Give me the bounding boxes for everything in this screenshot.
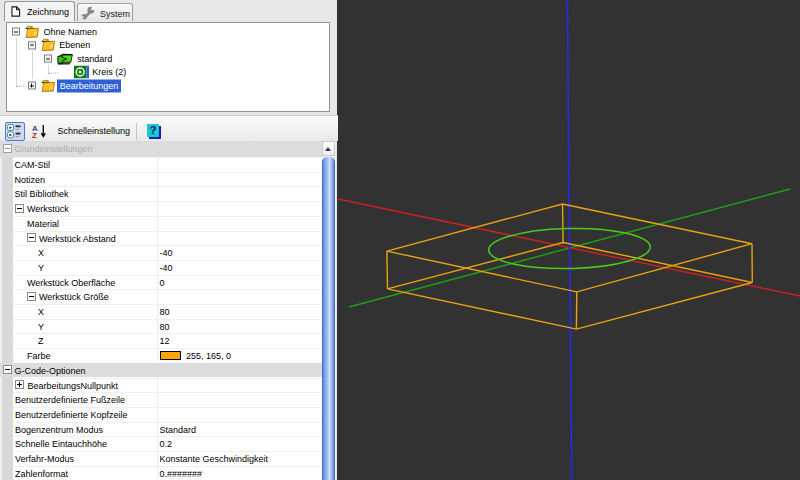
svg-text:Z: Z xyxy=(32,131,37,140)
